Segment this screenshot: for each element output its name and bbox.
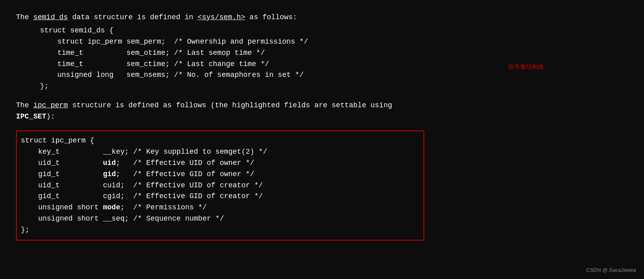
semid-ds-code-block: struct semid_ds { struct ipc_perm sem_pe… bbox=[40, 25, 628, 92]
uid-bold: uid bbox=[103, 159, 116, 167]
red-annotation: 信号量结构体 bbox=[508, 62, 544, 71]
mode-bold: mode bbox=[103, 203, 120, 211]
intro2-end: ): bbox=[46, 112, 55, 120]
intro2-mid: structure is defined as follows (the hig… bbox=[68, 101, 392, 109]
code-line: struct semid_ds { bbox=[40, 25, 628, 36]
ipc-perm-cuid-line: uid_t cuid; /* Effective UID of creator … bbox=[21, 180, 415, 191]
intro1-end: as follows: bbox=[245, 13, 297, 21]
intro2-line1: The ipc_perm structure is defined as fol… bbox=[16, 100, 628, 111]
intro1-rest: data structure is defined in bbox=[68, 13, 198, 21]
ipc-perm-highlighted-box: struct ipc_perm { key_t __key; /* Key su… bbox=[16, 130, 424, 241]
sys-sem-link[interactable]: <sys/sem.h> bbox=[198, 13, 245, 21]
semid-ds-link[interactable]: semid_ds bbox=[33, 13, 68, 21]
ipc-perm-key-line: key_t __key; /* Key supplied to semget(2… bbox=[21, 147, 415, 158]
code-line: unsigned long sem_nsems; /* No. of semap… bbox=[40, 70, 628, 81]
ipc-set-bold: IPC_SET bbox=[16, 112, 46, 120]
ipc-perm-uid-line: uid_t uid; /* Effective UID of owner */ bbox=[21, 158, 415, 169]
intro2-line2: IPC_SET): bbox=[16, 111, 628, 122]
csdn-watermark: CSDN @.SacaJawea bbox=[586, 266, 636, 274]
ipc-perm-cgid-line: gid_t cgid; /* Effective GID of creator … bbox=[21, 191, 415, 202]
ipc-perm-mode-line: unsigned short mode; /* Permissions */ bbox=[21, 202, 415, 213]
intro1-text: The bbox=[16, 13, 33, 21]
ipc-perm-struct-open: struct ipc_perm { bbox=[21, 135, 415, 147]
ipc-perm-link[interactable]: ipc_perm bbox=[33, 101, 68, 109]
gid-bold: gid bbox=[103, 170, 116, 178]
page-content: The semid_ds data structure is defined i… bbox=[16, 12, 628, 241]
code-line: struct ipc_perm sem_perm; /* Ownership a… bbox=[40, 36, 628, 48]
ipc-perm-intro: The ipc_perm structure is defined as fol… bbox=[16, 100, 628, 122]
intro-line-1: The semid_ds data structure is defined i… bbox=[16, 12, 628, 23]
ipc-perm-struct-close: }; bbox=[21, 225, 415, 236]
code-line: }; bbox=[40, 81, 628, 92]
ipc-perm-seq-line: unsigned short __seq; /* Sequence number… bbox=[21, 213, 415, 225]
ipc-perm-gid-line: gid_t gid; /* Effective GID of owner */ bbox=[21, 169, 415, 180]
intro2-pre: The bbox=[16, 101, 33, 109]
code-line: time_t sem_otime; /* Last semop time */ bbox=[40, 48, 628, 59]
